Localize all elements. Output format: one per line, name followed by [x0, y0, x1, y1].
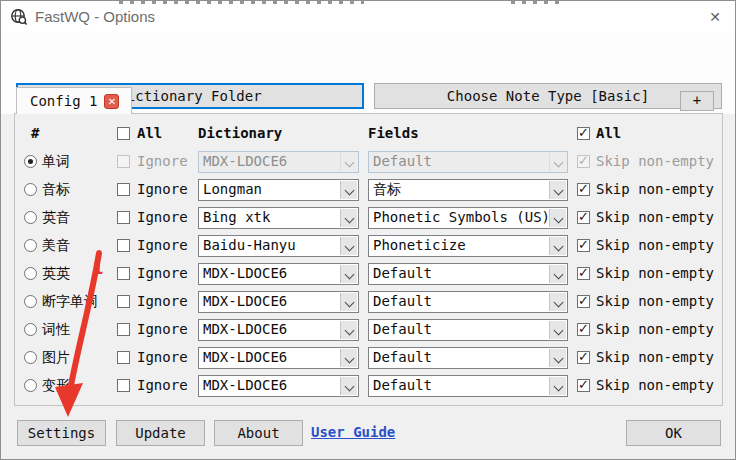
- table-row: 图片 Ignore MDX-LDOCE6 Default Skip non-em…: [15, 347, 722, 369]
- chevron-down-icon: [549, 153, 566, 171]
- table-row: 断字单词 Ignore MDX-LDOCE6 Default Skip non-…: [15, 291, 722, 313]
- dictionary-select[interactable]: Longman: [198, 179, 359, 201]
- skip-non-empty-checkbox[interactable]: [577, 239, 590, 252]
- row-label: 英音: [42, 209, 70, 227]
- row-label: 英英: [42, 265, 70, 283]
- dictionary-select[interactable]: MDX-LDOCE6: [198, 347, 359, 369]
- row-radio[interactable]: [24, 155, 37, 168]
- column-header-all-left: All: [137, 125, 162, 141]
- skip-non-empty-checkbox[interactable]: [577, 183, 590, 196]
- screen-artifact: [119, 1, 364, 4]
- skip-non-empty-checkbox[interactable]: [577, 155, 590, 168]
- chevron-down-icon: [549, 321, 566, 339]
- ok-button[interactable]: OK: [626, 420, 721, 446]
- fields-select[interactable]: Default: [368, 263, 568, 285]
- fastwq-globe-icon: [10, 8, 28, 26]
- dictionary-select[interactable]: Bing xtk: [198, 207, 359, 229]
- about-button[interactable]: About: [214, 420, 303, 446]
- screen-artifact: [511, 1, 566, 4]
- chevron-down-icon: [340, 153, 357, 171]
- skip-non-empty-label: Skip non-empty: [596, 349, 714, 365]
- skip-non-empty-label: Skip non-empty: [596, 321, 714, 337]
- fields-select[interactable]: Default: [368, 291, 568, 313]
- dictionary-select[interactable]: MDX-LDOCE6: [198, 263, 359, 285]
- update-button[interactable]: Update: [116, 420, 205, 446]
- row-label: 音标: [42, 181, 70, 199]
- dictionary-value: Baidu-Hanyu: [203, 237, 296, 253]
- field-value: 音标: [373, 181, 401, 197]
- skip-non-empty-label: Skip non-empty: [596, 377, 714, 393]
- column-header-all-right: All: [596, 125, 621, 141]
- ignore-label: Ignore: [137, 349, 188, 365]
- chevron-down-icon: [340, 377, 357, 395]
- row-radio[interactable]: [24, 183, 37, 196]
- fields-select[interactable]: Default: [368, 347, 568, 369]
- row-radio[interactable]: [24, 351, 37, 364]
- dictionary-select[interactable]: MDX-LDOCE6: [198, 319, 359, 341]
- column-header-dictionary: Dictionary: [198, 125, 282, 141]
- window-close-icon[interactable]: ✕: [704, 6, 726, 28]
- ignore-checkbox[interactable]: [117, 239, 130, 252]
- field-value: Default: [373, 293, 432, 309]
- tab-config-1[interactable]: Config 1 ✕: [16, 87, 132, 114]
- dictionary-value: MDX-LDOCE6: [203, 377, 287, 393]
- fields-select[interactable]: Phoneticize: [368, 235, 568, 257]
- row-radio[interactable]: [24, 211, 37, 224]
- row-label: 断字单词: [42, 293, 98, 311]
- fields-select[interactable]: 音标: [368, 179, 568, 201]
- skip-non-empty-label: Skip non-empty: [596, 209, 714, 225]
- chevron-down-icon: [340, 293, 357, 311]
- all-ignore-checkbox[interactable]: [117, 127, 130, 140]
- skip-non-empty-label: Skip non-empty: [596, 153, 714, 169]
- fields-select[interactable]: Default: [368, 319, 568, 341]
- skip-non-empty-checkbox[interactable]: [577, 267, 590, 280]
- row-radio[interactable]: [24, 323, 37, 336]
- fields-select[interactable]: Default: [368, 151, 568, 173]
- ignore-checkbox[interactable]: [117, 295, 130, 308]
- skip-non-empty-checkbox[interactable]: [577, 351, 590, 364]
- ignore-checkbox[interactable]: [117, 211, 130, 224]
- skip-non-empty-checkbox[interactable]: [577, 379, 590, 392]
- chevron-down-icon: [549, 349, 566, 367]
- add-config-button[interactable]: +: [680, 91, 714, 111]
- chevron-down-icon: [340, 237, 357, 255]
- tab-close-icon[interactable]: ✕: [104, 94, 119, 109]
- fields-select[interactable]: Default: [368, 375, 568, 397]
- skip-non-empty-checkbox[interactable]: [577, 295, 590, 308]
- column-header-fields: Fields: [368, 125, 419, 141]
- skip-non-empty-label: Skip non-empty: [596, 293, 714, 309]
- dictionary-select[interactable]: Baidu-Hanyu: [198, 235, 359, 257]
- ignore-checkbox[interactable]: [117, 155, 130, 168]
- ignore-checkbox[interactable]: [117, 267, 130, 280]
- all-skip-checkbox[interactable]: [577, 127, 590, 140]
- dictionary-select[interactable]: MDX-LDOCE6: [198, 375, 359, 397]
- chevron-down-icon: [340, 265, 357, 283]
- fields-select[interactable]: Phonetic Symbols (US): [368, 207, 568, 229]
- dictionary-select[interactable]: MDX-LDOCE6: [198, 291, 359, 313]
- settings-button[interactable]: Settings: [17, 420, 106, 446]
- ignore-checkbox[interactable]: [117, 183, 130, 196]
- chevron-down-icon: [549, 237, 566, 255]
- field-value: Default: [373, 153, 432, 169]
- field-value: Phonetic Symbols (US): [373, 209, 550, 225]
- dictionary-value: MDX-LDOCE6: [203, 321, 287, 337]
- row-radio[interactable]: [24, 239, 37, 252]
- ignore-checkbox[interactable]: [117, 379, 130, 392]
- ignore-checkbox[interactable]: [117, 323, 130, 336]
- dictionary-value: Bing xtk: [203, 209, 270, 225]
- row-label: 单词: [42, 153, 70, 171]
- user-guide-link[interactable]: User Guide: [311, 424, 395, 440]
- row-label: 图片: [42, 349, 70, 367]
- row-radio[interactable]: [24, 379, 37, 392]
- row-radio[interactable]: [24, 267, 37, 280]
- skip-non-empty-checkbox[interactable]: [577, 211, 590, 224]
- skip-non-empty-checkbox[interactable]: [577, 323, 590, 336]
- window-title: FastWQ - Options: [35, 8, 155, 25]
- ignore-checkbox[interactable]: [117, 351, 130, 364]
- dictionary-select[interactable]: MDX-LDOCE6: [198, 151, 359, 173]
- choose-note-type-button[interactable]: Choose Note Type [Basic]: [374, 83, 722, 109]
- skip-non-empty-label: Skip non-empty: [596, 237, 714, 253]
- row-radio[interactable]: [24, 295, 37, 308]
- chevron-down-icon: [340, 321, 357, 339]
- field-value: Default: [373, 265, 432, 281]
